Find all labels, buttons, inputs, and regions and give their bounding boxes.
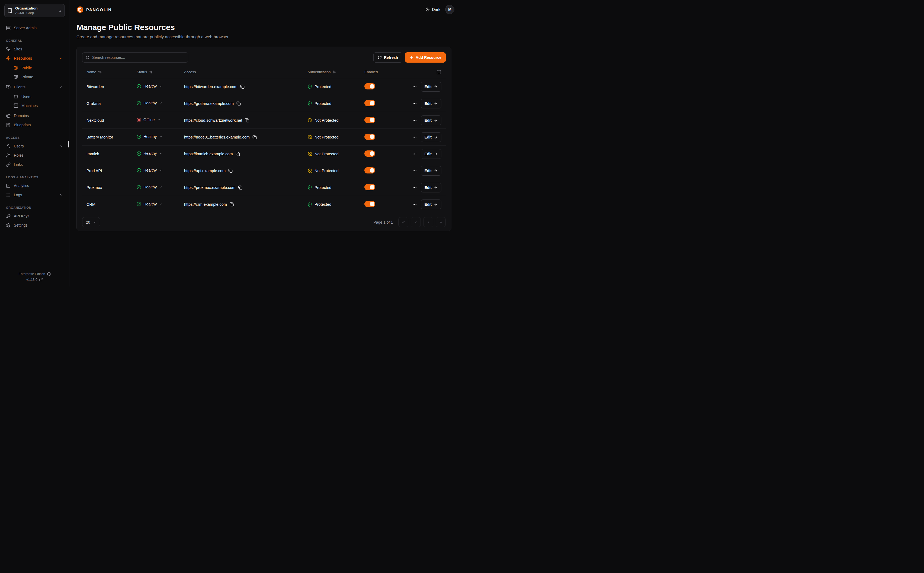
column-header-name: Name bbox=[86, 70, 137, 74]
sidebar-item-server-admin[interactable]: Server Admin bbox=[4, 23, 65, 33]
edit-button[interactable]: Edit bbox=[421, 183, 442, 193]
sidebar-item-api-keys[interactable]: API Keys bbox=[4, 211, 65, 221]
sort-icon[interactable] bbox=[333, 70, 336, 74]
sidebar-item-resources[interactable]: Resources bbox=[4, 54, 65, 63]
enabled-toggle[interactable] bbox=[364, 117, 375, 123]
organization-switcher[interactable]: Organization ACME Corp. bbox=[4, 4, 65, 17]
chevron-down-icon bbox=[157, 118, 161, 121]
sidebar-item-logs[interactable]: Logs bbox=[4, 190, 65, 199]
table-row: Grafana Healthy https://grafana.example.… bbox=[82, 95, 446, 112]
search-input[interactable] bbox=[92, 55, 185, 59]
row-menu-button[interactable] bbox=[412, 168, 417, 173]
enabled-toggle[interactable] bbox=[364, 150, 375, 157]
sidebar-item-links[interactable]: Links bbox=[4, 160, 65, 169]
edit-button[interactable]: Edit bbox=[421, 149, 442, 159]
row-menu-button[interactable] bbox=[412, 101, 417, 106]
status-dropdown[interactable]: Healthy bbox=[137, 185, 163, 189]
page-size-select[interactable]: 20 bbox=[82, 217, 100, 227]
chevron-down-icon bbox=[93, 221, 96, 224]
sort-icon[interactable] bbox=[98, 70, 102, 74]
sidebar-item-users[interactable]: Users bbox=[4, 141, 65, 151]
sidebar-item-label: Resources bbox=[14, 56, 56, 60]
sidebar-item-clients[interactable]: Clients bbox=[4, 82, 65, 92]
enabled-toggle[interactable] bbox=[364, 184, 375, 190]
arrow-right-icon bbox=[434, 85, 438, 89]
edit-button[interactable]: Edit bbox=[421, 99, 442, 108]
copy-url-button[interactable] bbox=[252, 135, 257, 139]
add-resource-button[interactable]: Add Resource bbox=[405, 52, 446, 63]
status-dropdown[interactable]: Healthy bbox=[137, 135, 163, 139]
status-dropdown[interactable]: Healthy bbox=[137, 101, 163, 105]
chevron-down-icon bbox=[159, 202, 163, 206]
sidebar-item-domains[interactable]: Domains bbox=[4, 111, 65, 121]
row-menu-button[interactable] bbox=[412, 135, 417, 139]
sidebar-item-public[interactable]: Public bbox=[12, 63, 65, 72]
circle-x-icon bbox=[137, 117, 141, 122]
row-menu-button[interactable] bbox=[412, 202, 417, 207]
brand-name: PANGOLIN bbox=[86, 7, 112, 12]
table-toolbar: Refresh Add Resource bbox=[82, 52, 446, 63]
enabled-toggle[interactable] bbox=[364, 134, 375, 140]
external-link-icon[interactable] bbox=[39, 278, 43, 282]
sidebar-item-settings[interactable]: Settings bbox=[4, 221, 65, 230]
sidebar-item-sites[interactable]: Sites bbox=[4, 44, 65, 54]
sort-icon[interactable] bbox=[149, 70, 152, 74]
pagination: 20 Page 1 of 1 bbox=[82, 217, 446, 227]
copy-url-button[interactable] bbox=[230, 202, 234, 207]
sidebar-item-roles[interactable]: Roles bbox=[4, 151, 65, 160]
first-page-button[interactable] bbox=[398, 217, 408, 227]
globe-lock-icon bbox=[14, 75, 18, 79]
edit-button[interactable]: Edit bbox=[421, 199, 442, 209]
edit-button[interactable]: Edit bbox=[421, 116, 442, 125]
sidebar-subtree: PublicPrivate bbox=[4, 63, 65, 81]
status-dropdown[interactable]: Healthy bbox=[137, 151, 163, 156]
row-menu-button[interactable] bbox=[412, 152, 417, 157]
shield-check-icon bbox=[307, 202, 312, 207]
copy-url-button[interactable] bbox=[236, 152, 240, 156]
enabled-toggle[interactable] bbox=[364, 201, 375, 207]
logs-icon bbox=[6, 193, 11, 197]
sidebar-item-private[interactable]: Private bbox=[12, 72, 65, 81]
topbar: PANGOLIN Dark M bbox=[69, 0, 462, 19]
edit-button[interactable]: Edit bbox=[421, 82, 442, 92]
sidebar-scrollbar-thumb[interactable] bbox=[68, 141, 69, 147]
server-icon bbox=[6, 26, 11, 30]
table-row: Prod API Healthy https://api.example.com… bbox=[82, 162, 446, 179]
enabled-toggle[interactable] bbox=[364, 167, 375, 174]
users-icon bbox=[6, 153, 11, 158]
status-dropdown[interactable]: Healthy bbox=[137, 202, 163, 206]
copy-url-button[interactable] bbox=[238, 185, 243, 190]
next-page-button[interactable] bbox=[423, 217, 433, 227]
row-menu-button[interactable] bbox=[412, 84, 417, 89]
sidebar-item-users[interactable]: Users bbox=[12, 92, 65, 101]
table-row: Battery Monitor Healthy https://node01.b… bbox=[82, 129, 446, 146]
enabled-toggle[interactable] bbox=[364, 83, 375, 89]
status-dropdown[interactable]: Offline bbox=[137, 117, 161, 122]
user-avatar[interactable]: M bbox=[445, 5, 454, 14]
last-page-button[interactable] bbox=[436, 217, 446, 227]
sidebar-item-analytics[interactable]: Analytics bbox=[4, 181, 65, 190]
copy-url-button[interactable] bbox=[245, 118, 249, 122]
enabled-toggle[interactable] bbox=[364, 100, 375, 106]
theme-toggle-button[interactable]: Dark bbox=[425, 7, 440, 12]
table-header: Name Status Access Authentication Enable… bbox=[82, 66, 446, 78]
status-dropdown[interactable]: Healthy bbox=[137, 84, 163, 89]
row-menu-button[interactable] bbox=[412, 185, 417, 190]
column-header-authentication: Authentication bbox=[307, 70, 364, 74]
copy-url-button[interactable] bbox=[236, 101, 241, 106]
chevrons-up-down-icon bbox=[58, 9, 62, 13]
sidebar-item-machines[interactable]: Machines bbox=[12, 101, 65, 110]
chevron-up-icon bbox=[60, 56, 63, 60]
refresh-button[interactable]: Refresh bbox=[373, 52, 402, 63]
copy-url-button[interactable] bbox=[240, 85, 244, 89]
columns-visibility-icon[interactable] bbox=[437, 70, 442, 75]
edit-button[interactable]: Edit bbox=[421, 166, 442, 175]
sidebar-item-blueprints[interactable]: Blueprints bbox=[4, 121, 65, 130]
previous-page-button[interactable] bbox=[411, 217, 421, 227]
copy-url-button[interactable] bbox=[228, 169, 233, 173]
table-body: Bitwarden Healthy https://bitwarden.exam… bbox=[82, 78, 446, 213]
status-dropdown[interactable]: Healthy bbox=[137, 168, 163, 173]
edit-button[interactable]: Edit bbox=[421, 132, 442, 142]
github-icon[interactable] bbox=[47, 272, 51, 276]
row-menu-button[interactable] bbox=[412, 118, 417, 123]
